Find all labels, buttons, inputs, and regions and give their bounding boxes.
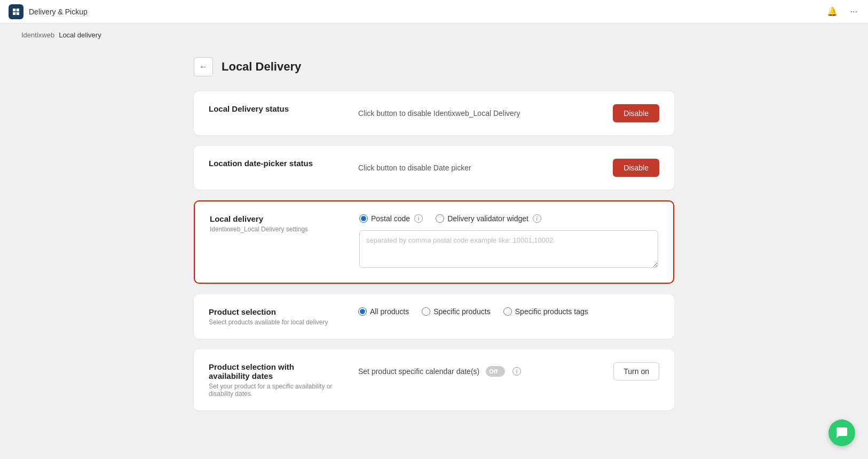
svg-rect-0 [13,9,15,11]
location-datepicker-control: Click button to disable Date picker Disa… [358,159,659,177]
calendar-info-icon[interactable]: i [512,367,521,376]
delivery-validator-radio[interactable] [436,214,444,223]
specific-products-tags-option[interactable]: Specific products tags [503,307,588,316]
product-selection-dates-label-col: Product selection with availability date… [209,362,337,398]
header-left: Delivery & Pickup [9,4,88,19]
product-selection-control: All products Specific products Specific … [358,307,659,323]
product-selection-dates-label: Product selection with availability date… [209,362,337,380]
product-selection-label-col: Product selection Select products availa… [209,307,337,326]
calendar-date-row: Set product specific calendar date(s) Of… [358,362,659,380]
app-icon [9,4,23,19]
specific-products-tags-radio[interactable] [503,307,512,316]
postal-codes-textarea[interactable] [359,230,658,268]
product-selection-radio-row: All products Specific products Specific … [358,307,659,316]
svg-rect-3 [17,12,19,14]
location-datepicker-status-text: Click button to disable Date picker [358,164,471,172]
local-delivery-settings-label: Local delivery [210,214,338,223]
breadcrumb: Identixweb Local delivery [0,24,868,46]
specific-products-label: Specific products [433,307,491,316]
location-datepicker-disable-button[interactable]: Disable [613,159,659,177]
main-content: ← Local Delivery Local Delivery status C… [87,46,781,432]
calendar-date-label: Set product specific calendar date(s) [358,367,479,376]
postal-code-radio[interactable] [359,214,368,223]
local-delivery-radio-row: Postal code i Delivery validator widget … [359,214,658,223]
postal-code-label: Postal code [371,214,410,223]
delivery-validator-option[interactable]: Delivery validator widget i [436,214,541,223]
header-right: 🔔 ··· [825,4,859,19]
product-selection-card: Product selection Select products availa… [194,294,674,339]
app-title: Delivery & Pickup [29,7,88,16]
local-delivery-status-text: Click button to disable Identixweb_Local… [358,109,520,118]
page-title: Local Delivery [222,60,301,74]
local-delivery-settings-control: Postal code i Delivery validator widget … [359,214,658,270]
location-datepicker-label: Location date-picker status [209,159,337,168]
back-button[interactable]: ← [194,57,213,76]
local-delivery-settings-card: Local delivery Identixweb_Local Delivery… [194,200,674,284]
product-selection-dates-sublabel: Set your product for a specific availabi… [209,383,337,398]
notification-bell-button[interactable]: 🔔 [825,4,840,19]
all-products-option[interactable]: All products [358,307,409,316]
location-datepicker-status-row: Click button to disable Date picker Disa… [358,159,659,177]
turn-on-button[interactable]: Turn on [613,362,659,380]
delivery-validator-info-icon[interactable]: i [533,214,541,223]
specific-products-tags-label: Specific products tags [515,307,588,316]
all-products-radio[interactable] [358,307,367,316]
local-delivery-disable-button[interactable]: Disable [613,104,659,122]
local-delivery-status-label: Local Delivery status [209,104,337,113]
svg-rect-2 [13,12,15,14]
postal-code-option[interactable]: Postal code i [359,214,423,223]
local-delivery-status-card: Local Delivery status Click button to di… [194,91,674,135]
chat-bubble-button[interactable] [828,419,855,446]
svg-rect-1 [17,9,19,11]
delivery-validator-label: Delivery validator widget [447,214,528,223]
more-options-button[interactable]: ··· [848,5,859,19]
location-datepicker-label-col: Location date-picker status [209,159,337,170]
location-datepicker-status-card: Location date-picker status Click button… [194,146,674,190]
local-delivery-settings-sublabel: Identixweb_Local Delivery settings [210,225,338,233]
page-title-row: ← Local Delivery [194,57,674,76]
local-delivery-settings-label-col: Local delivery Identixweb_Local Delivery… [210,214,338,233]
specific-products-option[interactable]: Specific products [422,307,491,316]
breadcrumb-parent[interactable]: Identixweb [21,31,54,39]
app-header: Delivery & Pickup 🔔 ··· [0,0,868,24]
product-selection-dates-card: Product selection with availability date… [194,349,674,410]
local-delivery-status-control: Click button to disable Identixweb_Local… [358,104,659,122]
calendar-toggle[interactable]: Off [486,366,505,377]
breadcrumb-current: Local delivery [59,31,101,39]
product-selection-sublabel: Select products available for local deli… [209,318,337,326]
product-selection-dates-control: Set product specific calendar date(s) Of… [358,362,659,380]
local-delivery-status-label-col: Local Delivery status [209,104,337,115]
postal-code-info-icon[interactable]: i [414,214,423,223]
product-selection-label: Product selection [209,307,337,316]
all-products-label: All products [370,307,409,316]
local-delivery-status-row: Click button to disable Identixweb_Local… [358,104,659,122]
specific-products-radio[interactable] [422,307,430,316]
